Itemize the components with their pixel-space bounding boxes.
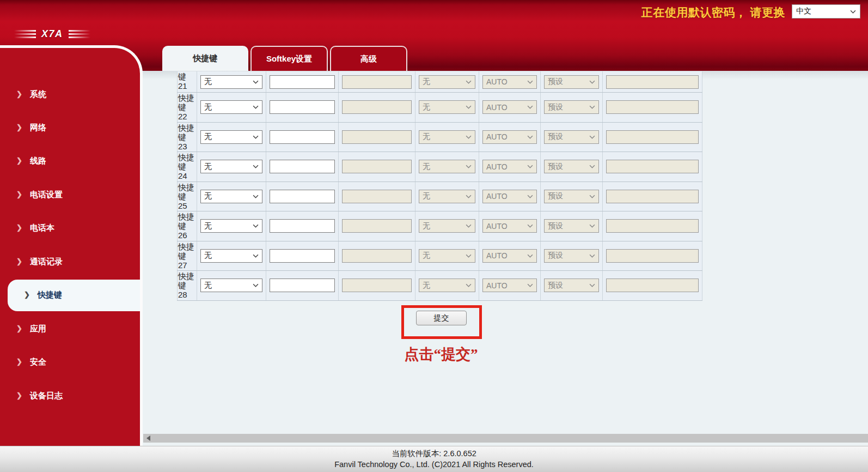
line-select-value: 无 — [423, 102, 430, 112]
name-input[interactable] — [270, 279, 335, 292]
key-type-select[interactable]: 无 — [200, 160, 262, 173]
value-input — [342, 249, 412, 263]
chevron-down-icon — [253, 105, 259, 109]
tab-2[interactable]: 高级 — [330, 46, 407, 71]
chevron-down-icon — [527, 165, 533, 168]
sidebar-item-label: 网络 — [30, 123, 46, 133]
subtype-select-value: AUTO — [486, 132, 508, 141]
chevron-right-icon: ❯ — [16, 191, 22, 198]
pickup-select-value: 预设 — [548, 191, 563, 201]
tab-1[interactable]: Softkey设置 — [250, 46, 328, 71]
sidebar-item-6[interactable]: ❯ 快捷键 — [24, 286, 62, 305]
hotkey-row: 快捷 键 22 无 无 AUTO 预设 — [177, 93, 702, 123]
annotation-text: 点击“提交” — [376, 344, 506, 364]
name-input[interactable] — [270, 190, 335, 203]
sidebar-item-2[interactable]: ❯ 线路 — [16, 152, 46, 171]
chevron-right-icon: ❯ — [24, 291, 30, 298]
tab-bar: 快捷键 Softkey设置 高级 — [162, 46, 407, 71]
subtype-select-value: AUTO — [486, 192, 508, 201]
footer-copyright: Fanvil Technology Co., Ltd. (C)2021 All … — [0, 459, 868, 470]
chevron-down-icon — [850, 10, 856, 14]
key-type-select[interactable]: 无 — [200, 130, 262, 144]
sidebar-item-label: 系统 — [30, 89, 46, 100]
scroll-left-arrow-icon[interactable] — [143, 434, 153, 443]
chevron-down-icon — [527, 195, 533, 198]
pickup-select-value: 预设 — [548, 132, 563, 142]
chevron-down-icon — [527, 135, 533, 139]
key-type-select[interactable]: 无 — [200, 190, 262, 203]
subtype-select: AUTO — [482, 75, 537, 89]
sidebar-item-label: 设备日志 — [30, 391, 63, 401]
language-select-value: 中文 — [796, 7, 811, 16]
value-input — [342, 279, 412, 292]
tab-label: 高级 — [360, 54, 377, 64]
sidebar-item-8[interactable]: ❯ 安全 — [16, 353, 46, 372]
subtype-select-value: AUTO — [486, 103, 508, 112]
line-select-value: 无 — [423, 191, 430, 201]
submit-button[interactable]: 提交 — [416, 311, 467, 325]
name-input[interactable] — [270, 100, 335, 114]
hotkey-row-label: 快捷 键 25 — [177, 182, 197, 211]
sidebar-item-label: 安全 — [30, 357, 46, 367]
subtype-select-value: AUTO — [486, 162, 508, 171]
name-input[interactable] — [270, 130, 335, 144]
extra-input — [606, 75, 699, 89]
value-input — [342, 75, 412, 89]
chevron-down-icon — [527, 105, 533, 109]
tab-label: 快捷键 — [193, 53, 218, 64]
name-input[interactable] — [270, 160, 335, 173]
sidebar-item-label: 线路 — [30, 156, 46, 166]
chevron-down-icon — [466, 224, 472, 228]
hotkey-row: 快捷 键 23 无 无 AUTO 预设 — [177, 123, 702, 153]
line-select: 无 — [419, 190, 475, 203]
name-input[interactable] — [270, 219, 335, 233]
hotkey-row-label: 快捷 键 23 — [177, 123, 197, 152]
sidebar-item-1[interactable]: ❯ 网络 — [16, 118, 46, 137]
key-type-select[interactable]: 无 — [200, 219, 262, 233]
sidebar-item-3[interactable]: ❯ 电话设置 — [16, 185, 63, 204]
sidebar-item-0[interactable]: ❯ 系统 — [16, 85, 46, 104]
sidebar-item-7[interactable]: ❯ 应用 — [16, 319, 46, 338]
chevron-down-icon — [253, 80, 259, 84]
chevron-right-icon: ❯ — [16, 124, 22, 131]
sidebar-item-9[interactable]: ❯ 设备日志 — [16, 386, 63, 405]
sidebar-item-5[interactable]: ❯ 通话记录 — [16, 252, 63, 271]
logo-text: X7A — [41, 28, 63, 40]
tab-0[interactable]: 快捷键 — [162, 46, 248, 71]
sidebar-item-4[interactable]: ❯ 电话本 — [16, 219, 54, 238]
chevron-down-icon — [253, 224, 259, 228]
key-type-select[interactable]: 无 — [200, 75, 262, 89]
footer-version: 当前软件版本: 2.6.0.652 — [0, 448, 868, 459]
key-type-select[interactable]: 无 — [200, 279, 262, 292]
value-input — [342, 100, 412, 114]
pickup-select-value: 预设 — [548, 162, 563, 172]
name-input[interactable] — [270, 75, 335, 89]
chevron-down-icon — [589, 165, 595, 168]
chevron-right-icon: ❯ — [16, 90, 22, 98]
value-input — [342, 160, 412, 173]
sidebar-item-label: 电话本 — [30, 223, 54, 233]
language-select[interactable]: 中文 — [792, 4, 860, 19]
chevron-down-icon — [589, 105, 595, 109]
sidebar-item-label: 快捷键 — [38, 290, 62, 300]
line-select-value: 无 — [423, 132, 430, 142]
key-type-select[interactable]: 无 — [200, 100, 262, 114]
chevron-right-icon: ❯ — [16, 392, 22, 399]
key-type-select[interactable]: 无 — [200, 249, 262, 263]
subtype-select: AUTO — [482, 249, 537, 263]
line-select: 无 — [419, 100, 475, 114]
horizontal-scrollbar[interactable] — [143, 434, 868, 443]
chevron-down-icon — [589, 135, 595, 139]
line-select: 无 — [419, 75, 475, 89]
chevron-down-icon — [253, 254, 259, 258]
key-type-select-value: 无 — [204, 221, 212, 231]
hotkey-row-label: 快捷 键 24 — [177, 152, 197, 181]
subtype-select: AUTO — [482, 160, 537, 173]
name-input[interactable] — [270, 249, 335, 263]
extra-input — [606, 279, 699, 292]
logo: X7A — [14, 28, 90, 40]
hotkey-row-label: 快捷 键 27 — [177, 241, 197, 271]
subtype-select-value: AUTO — [486, 77, 508, 86]
footer: 当前软件版本: 2.6.0.652 Fanvil Technology Co.,… — [0, 446, 868, 472]
line-select: 无 — [419, 219, 475, 233]
